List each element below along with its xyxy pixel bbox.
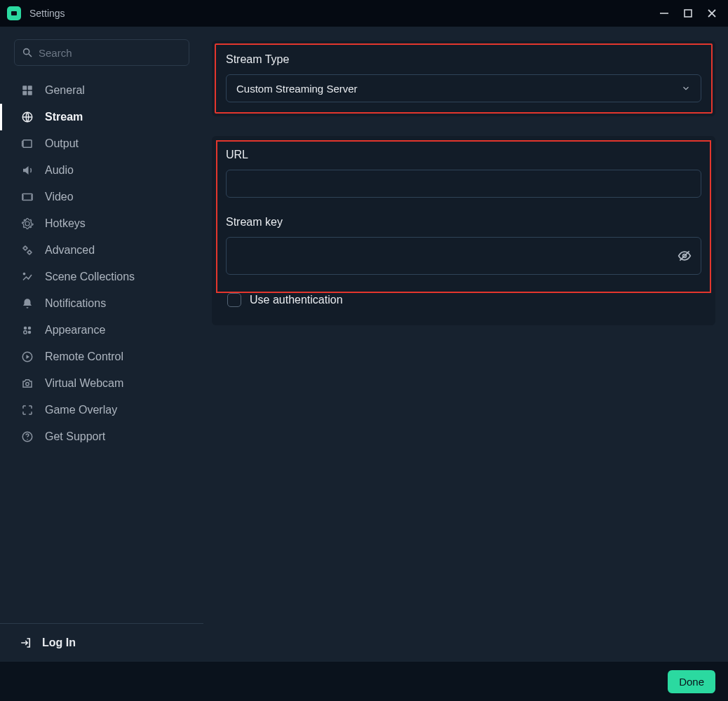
connection-panel: URL Stream key Use authentication [212,136,715,325]
svg-point-20 [24,327,27,330]
sidebar-item-audio[interactable]: Audio [0,157,203,184]
svg-rect-0 [11,11,17,15]
gears-icon [20,243,35,258]
maximize-button[interactable] [683,8,693,18]
video-icon [20,189,35,205]
audio-icon [20,163,35,178]
svg-point-21 [28,327,32,330]
login-icon [20,637,32,649]
help-icon [20,429,35,444]
svg-point-27 [27,439,28,440]
close-button[interactable] [707,8,717,18]
sidebar-item-label: Hotkeys [45,217,86,231]
sidebar-item-appearance[interactable]: Appearance [0,317,203,343]
sidebar-item-virtual-webcam[interactable]: Virtual Webcam [0,370,203,397]
sidebar-nav: General Stream Output Audio Video Hotkey… [0,77,203,450]
stream-type-panel: Stream Type Custom Streaming Server [212,41,715,116]
svg-rect-10 [28,91,32,95]
sidebar: General Stream Output Audio Video Hotkey… [0,27,203,662]
output-icon [20,136,35,151]
svg-line-6 [29,54,32,57]
content-area: Stream Type Custom Streaming Server URL … [203,27,728,662]
svg-rect-12 [23,140,32,148]
svg-point-5 [24,49,29,55]
svg-point-18 [28,251,32,254]
done-button[interactable]: Done [668,670,715,693]
sidebar-item-label: Video [45,190,74,205]
appearance-icon [20,322,35,338]
login-label: Log In [42,637,76,649]
search-input-wrapper[interactable] [14,39,189,66]
svg-point-19 [23,273,25,274]
svg-point-17 [24,247,27,250]
sidebar-item-label: Advanced [45,243,95,258]
sidebar-item-hotkeys[interactable]: Hotkeys [0,210,203,237]
sidebar-item-label: Notifications [45,297,106,311]
sidebar-item-scene-collections[interactable]: Scene Collections [0,264,203,290]
app-icon [7,6,21,20]
play-icon [20,349,35,365]
search-input[interactable] [39,47,182,59]
url-label: URL [226,149,701,161]
svg-rect-8 [28,86,32,90]
gear-icon [20,216,35,231]
sidebar-item-label: Output [45,137,79,151]
svg-rect-9 [22,91,27,95]
bottom-bar: Done [0,662,728,701]
sidebar-item-remote-control[interactable]: Remote Control [0,343,203,370]
sidebar-item-label: Virtual Webcam [45,376,123,391]
minimize-button[interactable] [659,8,669,18]
sidebar-item-label: Scene Collections [45,270,135,285]
titlebar: Settings [0,0,728,27]
camera-icon [20,376,35,391]
sidebar-item-label: Audio [45,163,74,178]
sidebar-item-general[interactable]: General [0,77,203,104]
url-input[interactable] [234,178,694,190]
sidebar-item-advanced[interactable]: Advanced [0,237,203,264]
url-input-wrapper[interactable] [226,170,701,198]
sidebar-item-label: Game Overlay [45,403,117,418]
use-auth-label: Use authentication [250,294,343,306]
sidebar-item-video[interactable]: Video [0,184,203,210]
svg-rect-14 [22,194,32,200]
sidebar-item-notifications[interactable]: Notifications [0,290,203,317]
sidebar-item-get-support[interactable]: Get Support [0,423,203,450]
sidebar-item-label: Appearance [45,323,105,338]
sidebar-item-label: Get Support [45,430,105,444]
grid-icon [20,83,35,98]
stream-key-input[interactable] [234,250,675,262]
sidebar-item-game-overlay[interactable]: Game Overlay [0,397,203,423]
login-button[interactable]: Log In [20,637,189,649]
use-auth-checkbox[interactable] [227,293,241,307]
overlay-icon [20,402,35,418]
stream-type-value: Custom Streaming Server [236,83,358,95]
svg-rect-7 [22,86,27,90]
use-auth-row[interactable]: Use authentication [226,290,701,311]
svg-point-25 [26,383,29,386]
svg-point-23 [28,331,32,334]
sidebar-item-label: General [45,83,85,98]
stream-type-select[interactable]: Custom Streaming Server [226,74,701,102]
sidebar-item-label: Remote Control [45,350,123,365]
bell-icon [20,296,35,311]
sidebar-item-output[interactable]: Output [0,130,203,157]
toggle-visibility-icon[interactable] [675,249,694,263]
window-title: Settings [29,8,65,19]
svg-rect-2 [685,10,692,17]
svg-point-22 [24,331,27,334]
stream-key-label: Stream key [226,216,701,229]
scene-icon [20,269,35,285]
globe-icon [20,109,35,125]
search-icon [22,47,33,58]
sidebar-item-stream[interactable]: Stream [0,104,203,130]
chevron-down-icon [681,83,691,93]
stream-type-label: Stream Type [226,53,701,66]
stream-key-input-wrapper[interactable] [226,237,701,275]
sidebar-item-label: Stream [45,110,83,125]
